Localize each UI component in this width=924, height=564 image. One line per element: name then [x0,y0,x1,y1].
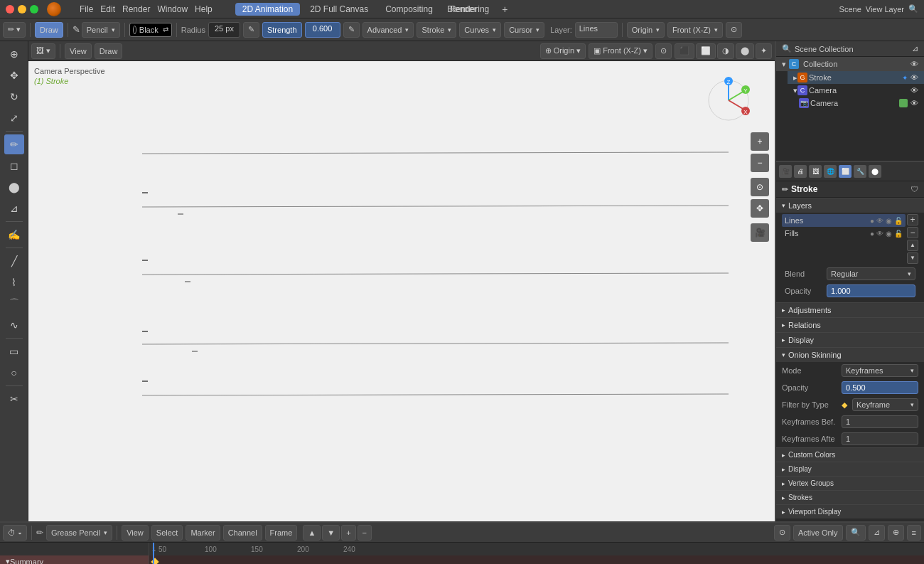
select-menu-btn[interactable]: Select [151,525,183,541]
erase-tool[interactable]: ◻ [4,156,24,176]
keyframes-bef-field[interactable]: 1 [842,415,918,428]
camera-btn[interactable]: 🎥 [751,223,769,242]
vertex-groups-section[interactable]: Vertex Groups [776,476,924,490]
onion-opacity-field[interactable]: 0.500 [842,381,918,394]
shade-render-btn[interactable]: ✦ [756,43,772,59]
outliner-filter-icon[interactable]: ⊿ [912,44,918,53]
layer-render-icon[interactable]: ◉ [886,217,892,225]
down-frame-btn[interactable]: ▼ [322,525,340,541]
marker-menu-btn[interactable]: Marker [186,525,220,541]
overlay-btn[interactable]: ⬛ [675,43,694,59]
object-prop-tab[interactable]: ⬜ [839,165,852,178]
rotate-tool[interactable]: ↻ [4,87,24,107]
draw-menu[interactable]: Draw [95,43,123,59]
circle-tool[interactable]: ○ [4,363,24,383]
layer-fills[interactable]: Fills ● 👁 ◉ 🔓 [782,227,906,240]
radius-field[interactable]: 25 px [208,22,240,38]
camera-item[interactable]: 📷 Camera 👁 [788,97,924,110]
channel-menu-btn[interactable]: Channel [223,525,262,541]
view-menu[interactable]: View [65,43,92,59]
view-axis-btn[interactable]: ▣ Front (X-Z) ▾ [589,43,652,59]
layer-lock-icon[interactable]: 🔓 [894,217,903,225]
remove-frame-btn[interactable]: − [358,525,372,541]
add-frame-btn[interactable]: + [341,525,355,541]
view-dropdown[interactable]: Front (X-Z) [667,22,723,38]
output-prop-tab[interactable]: 🖨 [794,165,807,178]
opacity-field[interactable]: 1.000 [827,284,915,297]
object-shield-icon[interactable]: 🛡 [910,185,918,193]
frame-menu-btn[interactable]: Frame [265,525,298,541]
onion-display-section[interactable]: Display [776,462,924,476]
tab-2d-full-canvas[interactable]: 2D Full Canvas [303,3,375,16]
proportional-edit-btn[interactable]: ⊙ [655,43,672,59]
shade-solid-btn[interactable]: ⬤ [736,43,754,59]
strength-pen-icon[interactable]: ✎ [343,22,360,38]
proportional-btn[interactable]: ⊙ [726,22,742,38]
tab-compositing[interactable]: Compositing [378,3,440,16]
view-layer-prop-tab[interactable]: 🖼 [809,165,822,178]
shading-btn[interactable]: ◑ [717,43,734,59]
search-icon[interactable]: 🔍 [908,4,918,14]
eyedropper-tool[interactable]: ⊿ [4,198,24,218]
cursor-dropdown[interactable]: Cursor [504,22,544,38]
view-menu-btn[interactable]: View [122,525,149,541]
timeline-extra2[interactable]: ≡ [907,525,921,541]
arc-tool[interactable]: ⌒ [4,294,24,314]
viewport[interactable]: Camera Perspective (1) Stroke Z Y [28,61,775,521]
onion-toggle[interactable]: ⊙ [774,525,790,541]
up-frame-btn[interactable]: ▲ [303,525,321,541]
collection-eye-icon[interactable]: 👁 [910,60,918,68]
adjustments-section[interactable]: Adjustments [776,302,924,317]
menu-window[interactable]: Window [157,4,188,14]
blend-dropdown[interactable]: Regular [827,267,915,280]
scene-prop-tab[interactable]: 🌐 [824,165,837,178]
playhead[interactable] [153,543,154,564]
annotate-tool[interactable]: ✍ [4,225,24,245]
camera-group-item[interactable]: ▾ C Camera 👁 [788,84,924,97]
brush-selector[interactable]: Pencil [82,22,120,38]
viewport-gizmo[interactable]: Z Y X [704,75,753,125]
layer-lines[interactable]: Lines ● 👁 ◉ 🔓 [782,214,906,227]
zoom-out-btn[interactable]: − [751,154,769,172]
xray-btn[interactable]: ⬜ [696,43,716,59]
remove-layer-button[interactable]: − [907,227,918,238]
expand-icon[interactable]: ▾ [782,60,786,69]
move-tool[interactable]: ✥ [4,65,24,85]
active-only-btn[interactable]: Active Only [793,525,843,541]
timeline-filter-btn[interactable]: ⊿ [869,525,885,541]
filter-type-dropdown[interactable]: Keyframe [852,398,918,411]
add-workspace-button[interactable]: + [499,4,510,15]
material-prop-tab[interactable]: ⬤ [869,165,881,178]
origin-dropdown[interactable]: Origin [627,22,665,38]
draw-tool[interactable]: ✏ [4,134,24,154]
layer-hide-icon[interactable]: 👁 [876,217,883,225]
timeline-search[interactable]: 🔍 [846,525,866,541]
viewport-editor-btn[interactable]: 🖼 ▾ [31,43,55,59]
onion-mode-dropdown[interactable]: Keyframes [842,364,918,377]
line-tool[interactable]: ╱ [4,251,24,271]
menu-file[interactable]: File [80,4,93,14]
orbit-btn[interactable]: ⊙ [751,178,769,196]
close-button[interactable] [6,5,14,14]
timeline-editor-btn[interactable]: ⏱ ▾ [3,525,27,541]
add-layer-button[interactable]: + [907,214,918,225]
stroke-dropdown[interactable]: Stroke [417,22,456,38]
render-prop-tab[interactable]: 🎥 [779,165,792,178]
camera-eye-icon[interactable]: 👁 [910,99,918,107]
color-picker[interactable]: Black ⇄ [129,23,172,37]
display-section[interactable]: Display [776,332,924,347]
modifier-prop-tab[interactable]: 🔧 [854,165,866,178]
maximize-button[interactable] [30,5,38,14]
color-swap-icon[interactable]: ⇄ [163,26,168,33]
strokes-section[interactable]: Strokes [776,490,924,504]
layer-fills-render-icon[interactable]: ◉ [886,230,892,238]
timeline-tracks[interactable]: 1 50 100 150 200 240 [149,543,924,564]
zoom-in-btn[interactable]: + [751,132,769,151]
minimize-button[interactable] [18,5,26,14]
viewport-display-section[interactable]: Viewport Display [776,504,924,518]
layers-section-title[interactable]: Layers [776,198,924,213]
menu-render[interactable]: Render [122,4,150,14]
draw-mode-button[interactable]: Draw [35,22,63,38]
timeline-mode-dropdown[interactable]: Grease Pencil [46,525,112,541]
cut-tool[interactable]: ✂ [4,389,24,409]
